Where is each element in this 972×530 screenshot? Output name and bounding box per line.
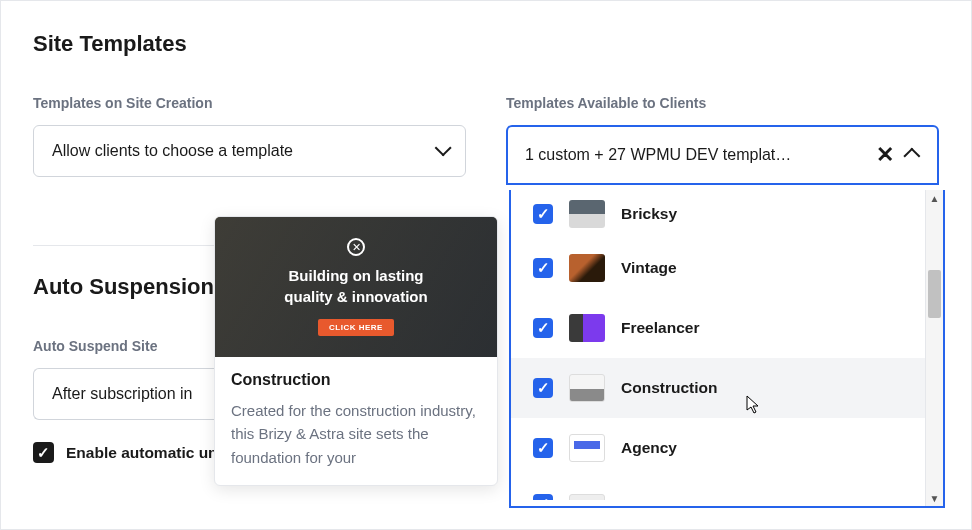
- template-name: Vintage: [621, 259, 677, 277]
- template-option-freelancer[interactable]: ✓ Freelancer: [511, 298, 925, 358]
- checkbox-icon[interactable]: ✓: [533, 204, 553, 224]
- templates-creation-label: Templates on Site Creation: [33, 95, 466, 111]
- template-preview-image: ✕ Building on lasting quality & innovati…: [215, 217, 497, 357]
- templates-creation-select[interactable]: Allow clients to choose a template: [33, 125, 466, 177]
- template-option-agency[interactable]: ✓ Agency: [511, 418, 925, 478]
- template-name: Bricksy: [621, 205, 677, 223]
- template-preview-logo-icon: ✕: [347, 238, 365, 256]
- template-name: Agency: [621, 439, 677, 457]
- page-title: Site Templates: [33, 31, 939, 57]
- templates-available-summary: 1 custom + 27 WPMU DEV templat…: [525, 146, 791, 164]
- templates-available-label: Templates Available to Clients: [506, 95, 939, 111]
- clear-selection-icon[interactable]: ✕: [862, 142, 908, 168]
- template-name: Freelancer: [621, 319, 699, 337]
- template-option-bricksy[interactable]: ✓ Bricksy: [511, 196, 925, 238]
- checkbox-icon[interactable]: ✓: [533, 438, 553, 458]
- template-preview-description: Created for the construction industry, t…: [231, 399, 481, 469]
- template-preview-tooltip: ✕ Building on lasting quality & innovati…: [214, 216, 498, 486]
- template-preview-title: Construction: [231, 371, 481, 389]
- template-preview-heading: Building on lasting quality & innovation: [284, 266, 427, 307]
- scroll-up-icon[interactable]: ▲: [926, 190, 943, 206]
- mouse-cursor-icon: [746, 395, 762, 420]
- checkbox-icon[interactable]: ✓: [533, 318, 553, 338]
- template-option-more[interactable]: ✓: [511, 478, 925, 500]
- scrollbar-thumb[interactable]: [928, 270, 941, 318]
- templates-creation-value: Allow clients to choose a template: [52, 142, 293, 160]
- enable-auto-unsuspend-checkbox[interactable]: ✓: [33, 442, 54, 463]
- template-thumbnail: [569, 434, 605, 462]
- templates-dropdown-list[interactable]: ✓ Bricksy ✓ Vintage ✓ Freelancer ✓ Const…: [511, 190, 925, 506]
- checkbox-icon[interactable]: ✓: [533, 378, 553, 398]
- scroll-down-icon[interactable]: ▼: [926, 490, 943, 506]
- checkbox-icon[interactable]: ✓: [533, 494, 553, 500]
- template-option-construction[interactable]: ✓ Construction: [511, 358, 925, 418]
- template-thumbnail: [569, 314, 605, 342]
- template-preview-cta: CLICK HERE: [318, 319, 394, 336]
- chevron-down-icon: [435, 142, 447, 160]
- templates-available-select[interactable]: 1 custom + 27 WPMU DEV templat… ✕: [506, 125, 939, 185]
- template-name: Construction: [621, 379, 717, 397]
- dropdown-scrollbar[interactable]: ▲ ▼: [925, 190, 943, 506]
- chevron-up-icon[interactable]: [908, 146, 920, 164]
- template-thumbnail: [569, 254, 605, 282]
- template-thumbnail: [569, 374, 605, 402]
- template-thumbnail: [569, 494, 605, 500]
- auto-suspend-value: After subscription in: [52, 385, 193, 403]
- template-thumbnail: [569, 200, 605, 228]
- template-option-vintage[interactable]: ✓ Vintage: [511, 238, 925, 298]
- templates-dropdown-panel: ✓ Bricksy ✓ Vintage ✓ Freelancer ✓ Const…: [509, 190, 945, 508]
- checkbox-icon[interactable]: ✓: [533, 258, 553, 278]
